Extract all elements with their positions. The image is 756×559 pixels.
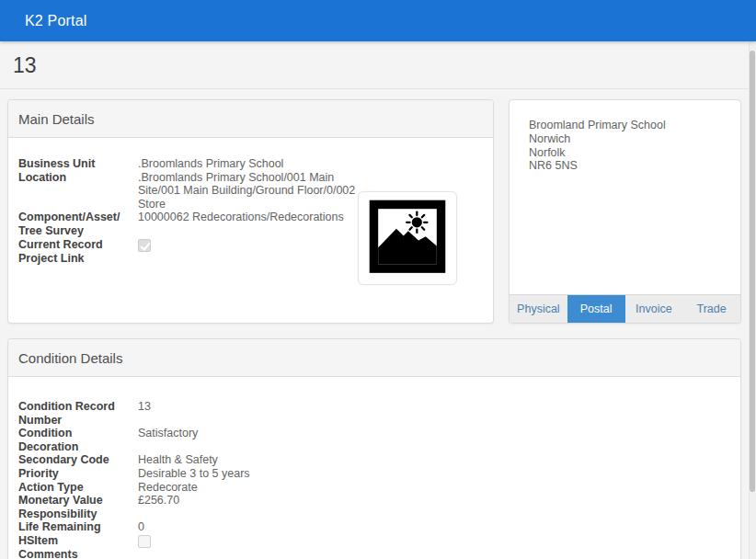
field-row: Business Unit.Broomlands Primary School [18,157,482,171]
address-line: Broomland Primary School [529,119,731,132]
field-label: Business Unit [18,157,138,171]
field-label: Current Record [18,238,138,252]
main-details-title: Main Details [8,100,493,138]
field-row: HSItem [18,534,729,548]
address-line: Norwich [529,132,731,146]
condition-details-fields: Condition Record Number13Condition Decor… [8,377,740,559]
app-header: K2 Portal [0,0,756,41]
field-label: Comments [18,548,138,559]
app-title: K2 Portal [25,13,87,29]
tab-postal[interactable]: Postal [567,295,625,323]
field-label: Secondary Code [18,453,138,467]
tab-physical[interactable]: Physical [510,295,567,323]
field-value [138,508,729,521]
field-row: Responsibility [18,508,729,521]
field-row: Action TypeRedecorate [18,481,729,495]
field-value [138,238,357,252]
checkbox[interactable] [138,535,151,548]
field-label: Monetary Value [18,494,138,508]
field-row: PriorityDesirable 3 to 5 years [18,467,729,481]
condition-details-card: Condition Details Condition Record Numbe… [7,338,741,559]
field-label: HSItem [18,534,138,548]
field-label: Condition Decoration [18,427,138,453]
tab-trade[interactable]: Trade [682,295,740,323]
address-line: Norfolk [529,146,731,160]
field-label: Action Type [18,481,138,495]
field-row: Condition Record Number13 [18,400,729,427]
field-value: Redecorate [138,481,729,495]
field-row: Comments [18,548,729,559]
field-row: Life Remaining0 [18,520,729,534]
vertical-scrollbar-track[interactable] [749,41,756,559]
page-title: 13 [0,41,756,78]
field-value: 0 [138,520,729,534]
address-card: Broomland Primary SchoolNorwichNorfolkNR… [509,99,741,324]
field-label: Project Link [18,252,138,266]
tab-invoice[interactable]: Invoice [625,295,683,323]
field-value [138,534,729,548]
field-label: Priority [18,467,138,481]
field-value: Desirable 3 to 5 years [138,467,729,481]
field-value: 13 [138,400,729,427]
field-row: Secondary CodeHealth & Safety [18,453,729,467]
field-value: .Broomlands Primary School [138,157,357,171]
picture-placeholder-icon [365,199,450,278]
main-details-card: Main Details Business Unit.Broomlands Pr… [7,99,494,324]
field-value: £256.70 [138,494,729,508]
address-line: NR6 5NS [529,159,731,173]
page-heading-bar: 13 [0,41,756,89]
field-value: Health & Safety [138,453,729,467]
field-value: Satisfactory [138,427,729,453]
field-value: 10000062 Redecorations/​Redecorations [138,211,357,237]
field-value: .Broomlands Primary School/​001 Main Sit… [138,171,357,211]
checkbox[interactable] [138,239,151,252]
field-label: Component/​Asset/​Tree Survey [18,211,138,237]
field-label: Location [18,171,138,211]
condition-details-title: Condition Details [8,339,740,377]
asset-photo-thumbnail[interactable] [358,191,457,285]
field-label: Life Remaining [18,520,138,534]
field-value [138,252,357,266]
field-row: Condition DecorationSatisfactory [18,427,729,453]
field-row: Monetary Value£256.70 [18,494,729,508]
field-label: Condition Record Number [18,400,138,427]
field-label: Responsibility [18,508,138,521]
address-tab-bar: PhysicalPostalInvoiceTrade [510,294,740,323]
vertical-scrollbar-thumb[interactable] [750,51,755,492]
address-lines: Broomland Primary SchoolNorwichNorfolkNR… [510,100,740,173]
field-value [138,548,729,559]
